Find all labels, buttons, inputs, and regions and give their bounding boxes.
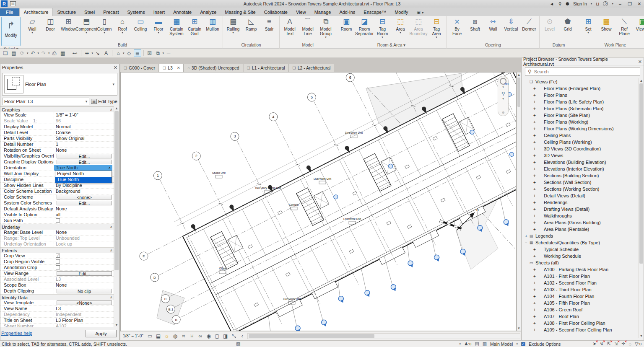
property-value[interactable]: L3 Floor Plan <box>54 318 114 323</box>
transfer-icon[interactable]: ▦ <box>59 49 67 57</box>
wheel-caret-icon[interactable]: ▾ <box>502 85 504 89</box>
section-collapse-icon[interactable]: ∧ <box>110 108 112 111</box>
property-value[interactable]: Edit... <box>54 200 114 206</box>
tool-caret-icon[interactable]: ▾ <box>158 31 159 34</box>
property-value[interactable]: all <box>54 212 114 218</box>
sync-icon[interactable]: ⟳ <box>18 49 26 57</box>
drawing-canvas[interactable]: 123456789EEDDCCB.1B.1BBAALive/Work UnitL… <box>120 72 517 331</box>
store-cart-icon[interactable]: ⊔ <box>596 1 599 6</box>
tab-massing-site[interactable]: Massing & Site <box>221 8 260 16</box>
property-value[interactable]: Independent <box>54 312 114 317</box>
property-value[interactable]: None <box>54 148 114 153</box>
collapse-icon[interactable]: − <box>524 261 528 265</box>
sign-in-caret-icon[interactable]: ▾ <box>591 2 592 5</box>
tree-item-3d-views[interactable]: +3D Views <box>522 152 639 159</box>
modify-panel-toggle-icon[interactable]: ▣ ▾ <box>417 10 424 16</box>
property-value[interactable]: 96 <box>54 118 114 124</box>
orientation-dropdown-list[interactable]: Project NorthTrue North <box>55 171 112 183</box>
tree-item-3d-views-3d-coordination-[interactable]: +3D Views (3D Coordination) <box>522 145 639 152</box>
tree-item-detail-views-detail-[interactable]: +Detail Views (Detail) <box>522 192 639 199</box>
property-value[interactable]: <none> <box>54 194 114 200</box>
reveal-hidden-icon[interactable]: ◉ <box>205 332 213 340</box>
expand-icon[interactable]: + <box>532 187 537 192</box>
property-value[interactable]: Background <box>54 189 114 194</box>
editable-only-icon[interactable]: ▤ <box>475 341 479 347</box>
tool-caret-icon[interactable]: ▾ <box>436 36 437 38</box>
tool-caret-icon[interactable]: ▾ <box>104 31 105 34</box>
worksets-caret-icon[interactable]: ▾ <box>459 342 461 346</box>
property-value[interactable]: A102 <box>54 324 114 327</box>
property-value[interactable]: ✓ <box>54 253 114 259</box>
expand-icon[interactable]: + <box>532 127 537 131</box>
property-value[interactable]: <None> <box>54 300 114 306</box>
tool-model-text[interactable]: AModel Text <box>281 17 299 36</box>
tree-item-a104-fourth-floor-plan[interactable]: +A104 - Fourth Floor Plan <box>522 293 639 300</box>
exclude-options-checkbox[interactable]: ✓ <box>521 342 525 346</box>
tree-item-a101-first-floor-plan[interactable]: +A101 - First Floor Plan <box>522 273 639 280</box>
expand-icon[interactable]: + <box>532 308 537 312</box>
zoom-region-icon[interactable]: ⚲ <box>501 91 505 96</box>
expand-icon[interactable]: + <box>532 200 537 205</box>
expand-icon[interactable]: + <box>532 160 537 165</box>
active-design-option[interactable]: Main Model <box>490 342 513 347</box>
tool-grid[interactable]: ⬟Grid <box>559 17 576 31</box>
tree-item-sheets-all-[interactable]: −▭Sheets (all) <box>522 259 639 266</box>
tool-curtain-system[interactable]: ▦Curtain System <box>168 17 185 36</box>
expand-icon[interactable]: + <box>532 294 537 299</box>
property-button[interactable]: Edit... <box>57 160 112 164</box>
switch-windows-icon[interactable]: ⧉ <box>154 49 162 57</box>
view-tab-l3[interactable]: ❏L3✕ <box>159 64 184 72</box>
property-button[interactable]: Edit... <box>57 271 112 276</box>
tool-wall[interactable]: ▱Wall▾ <box>23 17 41 34</box>
property-checkbox[interactable] <box>56 259 60 264</box>
tool-shaft[interactable]: ⧇Shaft <box>466 17 484 31</box>
properties-scrollbar[interactable]: ▲ ▼ <box>114 106 119 327</box>
sun-path-icon[interactable]: ☼ <box>163 332 171 340</box>
property-checkbox[interactable] <box>56 265 60 269</box>
tree-item-floor-plans-life-safety-plan-[interactable]: +Floor Plans (Life Safety Plan) <box>522 98 639 105</box>
undo-caret-icon[interactable]: ▾ <box>38 52 39 55</box>
properties-help-link[interactable]: Properties help <box>1 331 32 336</box>
tool-vertical[interactable]: ⇳Vertical <box>502 17 520 31</box>
tool-curtain-grid[interactable]: ⊞Curtain Grid <box>186 17 203 36</box>
tree-item-a108-first-floor-ceiling-plan[interactable]: +A108 - First Floor Ceiling Plan <box>522 320 639 326</box>
tool-component[interactable]: ⬒Component▾ <box>78 17 95 34</box>
tab-systems[interactable]: Systems <box>123 8 149 16</box>
tab-steel[interactable]: Steel <box>80 8 99 16</box>
view-tab-l2-architectural[interactable]: ❏L2 - Architectural <box>289 64 335 72</box>
tab-annotate[interactable]: Annotate <box>169 8 196 16</box>
tool-stair[interactable]: ≡Stair <box>260 17 278 31</box>
tool-mullion[interactable]: ▥Mullion <box>204 17 221 31</box>
tree-item-floor-plans[interactable]: +Floor Plans <box>522 92 639 98</box>
property-button[interactable]: Edit... <box>57 201 112 205</box>
tool-ceiling[interactable]: ▭Ceiling <box>132 17 149 31</box>
property-value[interactable]: Unbounded <box>54 236 114 241</box>
expand-icon[interactable]: + <box>532 287 537 292</box>
tool-set[interactable]: ⊞Set▾ <box>579 17 597 34</box>
tree-item-a105-fifth-floor-plan[interactable]: +A105 - Fifth Floor Plan <box>522 300 639 306</box>
constraints-icon[interactable]: ⤡ <box>230 332 238 340</box>
property-value[interactable]: Show Original <box>54 136 114 141</box>
search-caret-icon[interactable]: ◄ <box>549 1 555 6</box>
expand-icon[interactable]: + <box>532 93 537 98</box>
tree-item-legends[interactable]: +▤Legends <box>522 233 639 239</box>
type-selector[interactable]: Floor Plan ▾ <box>2 73 117 96</box>
view-scale-button[interactable]: 1/8" = 1'-0" <box>120 334 146 338</box>
tree-item-floor-plans-working-dimensions-[interactable]: +Floor Plans (Working Dimensions) <box>522 125 639 132</box>
tree-item-drafting-views-detail-[interactable]: +Drafting Views (Detail) <box>522 206 639 212</box>
property-value[interactable] <box>54 259 114 264</box>
property-value[interactable]: L3 <box>54 277 114 282</box>
close-button[interactable]: ✕ <box>636 1 642 6</box>
section-collapse-icon[interactable]: ∧ <box>110 249 112 252</box>
tab-manage[interactable]: Manage <box>310 8 335 16</box>
dropdown-option-true-north[interactable]: True North <box>55 177 112 183</box>
tab-modify[interactable]: Modify <box>390 8 412 16</box>
tool-door[interactable]: ◫Door <box>42 17 59 31</box>
help-caret-icon[interactable]: ▾ <box>612 2 613 5</box>
worksets-icon[interactable]: ♟:0 <box>464 341 471 347</box>
edit-type-button[interactable]: ▦ Edit Type <box>91 99 117 104</box>
canvas-horizontal-scrollbar[interactable] <box>247 333 520 339</box>
select-pinned-toggle-icon[interactable]: ⇱✕ <box>607 341 611 347</box>
tree-item-typical-schedule[interactable]: +Typical Schedule <box>522 246 639 253</box>
customize-icon[interactable]: ═ <box>165 49 172 57</box>
